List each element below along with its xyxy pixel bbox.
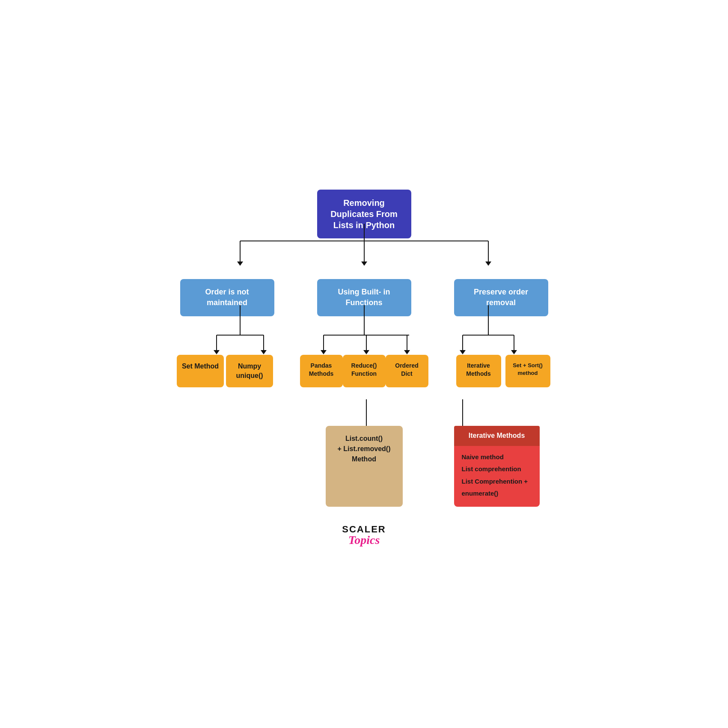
set-method-box: Set Method	[177, 355, 224, 388]
red-box-wrapper: Iterative Methods Naive method List comp…	[454, 426, 553, 506]
iterative-methods-box: Iterative Methods	[456, 355, 501, 388]
svg-marker-29	[511, 350, 517, 354]
iterative-detail-item3: List Comprehention +	[462, 475, 532, 488]
iterative-detail-item2: List comprehention	[462, 463, 532, 475]
branch3-box: Preserve order removal	[454, 279, 548, 316]
level2-row: Order is not maintained Using Built- in …	[172, 279, 557, 316]
branch1-label: Order is not maintained	[205, 288, 249, 307]
reduce-function-box: Reduce() Function	[343, 355, 386, 388]
branch2-group: Using Built- in Functions	[317, 279, 411, 316]
svg-marker-21	[404, 350, 410, 354]
iterative-detail-title: Iterative Methods	[454, 426, 540, 446]
tan-box-wrapper: List.count()+ List.removed()Method	[300, 426, 428, 506]
numpy-unique-box: Numpy unique()	[226, 355, 273, 388]
ordered-dict-label: Ordered Dict	[395, 362, 418, 377]
pandas-methods-box: Pandas Methods	[300, 355, 343, 388]
subchild-row: List.count()+ List.removed()Method Itera…	[172, 426, 557, 506]
reduce-function-label: Reduce() Function	[351, 362, 377, 377]
branch3-children: Iterative Methods Set + Sort() method	[454, 355, 553, 388]
logo-area: SCALER Topics	[342, 524, 386, 547]
logo-topics: Topics	[348, 533, 380, 547]
root-label: Removing Duplicates From Lists in Python	[330, 198, 398, 230]
svg-marker-19	[363, 350, 369, 354]
svg-marker-7	[485, 261, 491, 266]
diagram-wrapper: Removing Duplicates From Lists in Python…	[17, 181, 711, 547]
ordered-dict-box: Ordered Dict	[386, 355, 428, 388]
branch3-group: Preserve order removal	[454, 279, 548, 316]
iterative-methods-label: Iterative Methods	[466, 362, 491, 377]
svg-marker-13	[261, 350, 267, 354]
diagram-layout: Removing Duplicates From Lists in Python…	[172, 181, 557, 507]
numpy-unique-label: Numpy unique()	[236, 363, 263, 379]
pandas-methods-label: Pandas Methods	[309, 362, 334, 377]
branch2-box: Using Built- in Functions	[317, 279, 411, 316]
list-count-box: List.count()+ List.removed()Method	[326, 426, 403, 506]
iterative-detail-item1: Naive method	[462, 451, 532, 464]
branch2-label: Using Built- in Functions	[338, 288, 390, 307]
set-method-label: Set Method	[182, 363, 219, 370]
svg-marker-11	[214, 350, 220, 354]
connector-lines	[172, 181, 557, 652]
set-sort-label: Set + Sort() method	[513, 362, 543, 376]
branch2-children: Pandas Methods Reduce() Function Ordered…	[300, 355, 428, 388]
set-sort-box: Set + Sort() method	[505, 355, 550, 388]
svg-marker-27	[460, 350, 466, 354]
spacer-left	[176, 426, 274, 506]
branch3-label: Preserve order removal	[474, 288, 528, 307]
svg-marker-17	[321, 350, 327, 354]
root-box: Removing Duplicates From Lists in Python	[317, 190, 411, 238]
leaf-row: Set Method Numpy unique() Pandas Methods…	[172, 355, 557, 388]
branch1-group: Order is not maintained	[180, 279, 274, 316]
branch1-children: Set Method Numpy unique()	[176, 355, 274, 388]
branch1-box: Order is not maintained	[180, 279, 274, 316]
svg-marker-5	[361, 261, 367, 266]
root-row: Removing Duplicates From Lists in Python	[172, 181, 557, 238]
list-count-label: List.count()+ List.removed()Method	[337, 435, 390, 463]
iterative-detail-box: Iterative Methods Naive method List comp…	[454, 426, 540, 506]
iterative-detail-item4: enumerate()	[462, 487, 532, 500]
svg-marker-3	[237, 261, 243, 266]
